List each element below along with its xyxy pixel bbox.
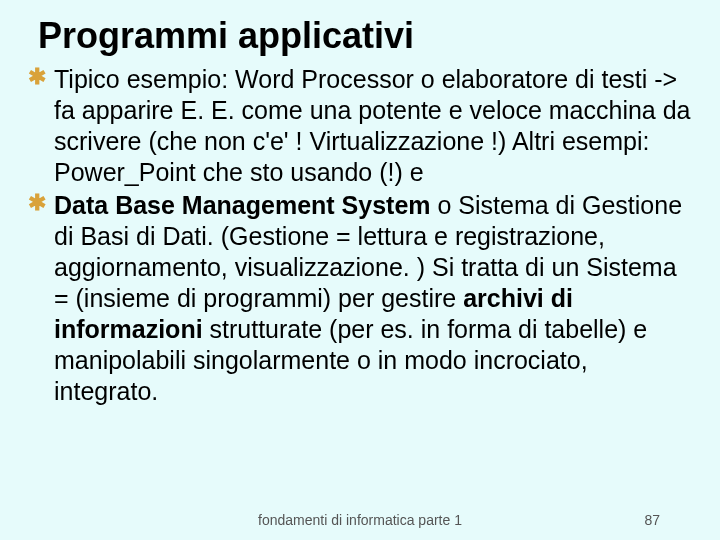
bullet-lead: Tipico esempio: (54, 65, 228, 93)
bold-run: Data Base Management System (54, 191, 431, 219)
bullet-text: Data Base Management System o Sistema di… (54, 191, 682, 405)
slide-title: Programmi applicativi (38, 16, 698, 56)
bullet-icon: ✱ (28, 194, 46, 212)
footer-center-text: fondamenti di informatica parte 1 (0, 512, 720, 528)
footer-page-number: 87 (644, 512, 660, 528)
slide-body: ✱ Tipico esempio: Word Processor o elabo… (22, 64, 698, 407)
slide: Programmi applicativi ✱ Tipico esempio: … (0, 0, 720, 540)
bullet-icon: ✱ (28, 68, 46, 86)
bullet-text: Tipico esempio: Word Processor o elabora… (54, 65, 691, 186)
bullet-item: ✱ Data Base Management System o Sistema … (28, 190, 694, 407)
bullet-item: ✱ Tipico esempio: Word Processor o elabo… (28, 64, 694, 188)
